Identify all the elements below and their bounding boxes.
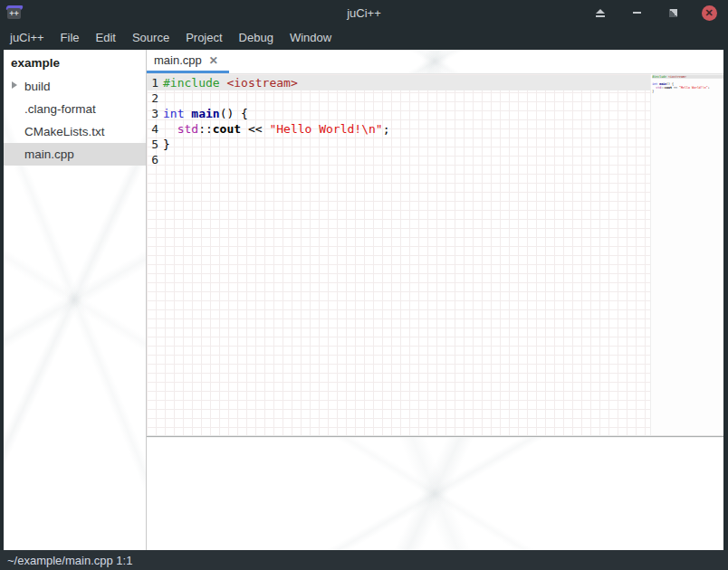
maximize-icon (669, 9, 677, 17)
tab-close-icon[interactable]: ✕ (209, 55, 218, 66)
app-window: ++ juCi++ ✕ juCi++FileEditSourceProjectD… (0, 0, 728, 570)
menu-project[interactable]: Project (177, 26, 230, 49)
code-text: } (652, 90, 654, 93)
code-line[interactable]: 2 (147, 90, 650, 106)
code-text (163, 152, 650, 167)
code-text: std::cout << "Hello World!\n"; (163, 121, 650, 137)
line-number: 3 (147, 106, 158, 121)
tab-main-cpp[interactable]: main.cpp ✕ (147, 50, 229, 73)
close-icon: ✕ (702, 5, 717, 21)
minimap[interactable]: #include <iostream>int main() { std::cou… (650, 74, 723, 435)
code-line[interactable]: 4 std::cout << "Hello World!\n"; (147, 121, 650, 137)
tab-label: main.cpp (154, 53, 202, 67)
minimap-line (652, 94, 723, 98)
tree-item-label: .clang-format (24, 102, 96, 116)
code-text: int main() { (163, 106, 650, 121)
code-line[interactable]: 6 (147, 152, 650, 167)
code-area[interactable]: 1#include <iostream>23int main() {4 std:… (147, 74, 650, 435)
window-body: example build.clang-formatCMakeLists.txt… (0, 50, 728, 550)
window-controls: ✕ (592, 5, 728, 21)
code-line[interactable]: 5} (147, 137, 650, 152)
close-button[interactable]: ✕ (701, 5, 717, 21)
line-number: 4 (147, 121, 158, 137)
tree-root-folder[interactable]: example (4, 52, 146, 75)
code-text: std::cout << "Hello World!\n"; (652, 86, 710, 90)
line-number: 5 (147, 137, 158, 152)
menu-juci-[interactable]: juCi++ (2, 26, 53, 49)
code-text: #include <iostream> (652, 75, 686, 79)
menubar: juCi++FileEditSourceProjectDebugWindow (0, 25, 728, 50)
menu-debug[interactable]: Debug (231, 26, 282, 49)
maximize-button[interactable] (665, 5, 681, 21)
menu-file[interactable]: File (53, 26, 88, 49)
output-panel (147, 438, 723, 550)
menu-edit[interactable]: Edit (88, 26, 124, 49)
expander-icon[interactable] (12, 81, 17, 89)
menu-window[interactable]: Window (282, 26, 340, 49)
line-number: 2 (147, 90, 158, 106)
tree-item-label: build (24, 80, 51, 93)
code-text: #include <iostream> (163, 75, 650, 90)
code-line[interactable]: 1#include <iostream> (147, 75, 650, 90)
tree-item-label: CMakeLists.txt (24, 125, 105, 138)
tree-item-label: main.cpp (24, 147, 74, 161)
titlebar: ++ juCi++ ✕ (0, 0, 728, 25)
editor: 1#include <iostream>23int main() {4 std:… (147, 74, 723, 435)
file-tree-sidebar: example build.clang-formatCMakeLists.txt… (4, 50, 147, 550)
minimize-icon (633, 12, 641, 14)
main-column: main.cpp ✕ 1#include <iostream>23int mai… (147, 50, 723, 550)
tabbar: main.cpp ✕ (147, 50, 723, 74)
tree-items: build.clang-formatCMakeLists.txtmain.cpp (4, 75, 146, 166)
line-number: 1 (147, 75, 158, 90)
code-text (163, 90, 650, 106)
statusbar: ~/example/main.cpp 1:1 (0, 550, 728, 570)
eject-icon (596, 9, 605, 14)
minimize-button[interactable] (628, 5, 645, 21)
menu-source[interactable]: Source (124, 26, 177, 49)
shade-button[interactable] (592, 5, 608, 21)
status-file-position: ~/example/main.cpp 1:1 (7, 554, 132, 567)
tree-item-CMakeLists-txt[interactable]: CMakeLists.txt (4, 120, 146, 143)
tree-item-build[interactable]: build (4, 75, 146, 98)
minimap-content: #include <iostream>int main() { std::cou… (651, 74, 723, 98)
line-number: 6 (147, 152, 158, 167)
tree-item-main-cpp[interactable]: main.cpp (4, 143, 146, 166)
code-text: } (163, 137, 650, 152)
code-line[interactable]: 3int main() { (147, 106, 650, 121)
tree-item--clang-format[interactable]: .clang-format (4, 98, 146, 120)
